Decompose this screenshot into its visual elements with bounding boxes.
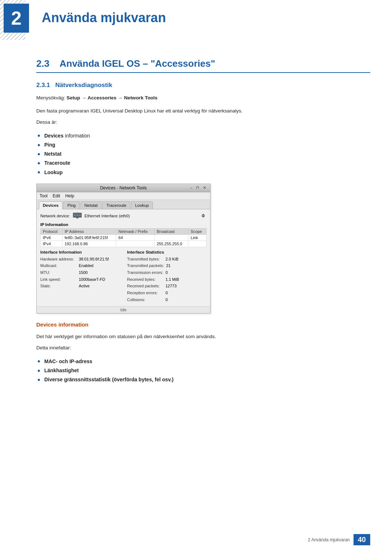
row1-address: 192.168.0.86 — [62, 241, 116, 247]
row0-address: fe80::3a01:95ff:fe6f:215f — [62, 234, 116, 241]
subsection-id: 2.3.1 — [36, 82, 50, 89]
table-row: IPv6 fe80::3a01:95ff:fe6f:215f 64 Link — [41, 234, 207, 241]
spinner-area — [201, 214, 207, 218]
list-item: Ping — [36, 140, 370, 149]
intro-text: Den fasta programvaran IGEL Universal De… — [36, 107, 370, 115]
chapter-number: 2 — [11, 9, 22, 28]
bullet-dot — [38, 144, 40, 146]
info-entry-state: State: Active — [40, 283, 120, 290]
network-icon-svg — [73, 212, 82, 219]
menu-help[interactable]: Help — [65, 193, 74, 198]
stat-tx-packets: Transmitted packets: 21 — [127, 262, 207, 269]
minimize-button[interactable]: – — [189, 185, 193, 190]
ip-section-label: IP Information — [40, 222, 207, 227]
stat-rx-bytes: Received bytes: 1.1 MiB — [127, 276, 207, 283]
devices-intro: Det här verktyget ger information om sta… — [36, 333, 370, 341]
network-device-label: Network device: — [40, 214, 70, 218]
svg-point-4 — [77, 214, 78, 216]
section-title: Använda IGEL OS – "Accessories" — [60, 58, 215, 69]
bullet-dot — [38, 135, 40, 137]
list-item: Länkhastighet — [36, 366, 370, 375]
row1-scope — [188, 241, 207, 247]
network-device-row: Network device: Ethernet Interface ( — [40, 212, 207, 219]
close-button[interactable]: ✕ — [202, 185, 207, 190]
footer-text: 2 Använda mjukvaran — [308, 537, 350, 542]
list-item: Diverse gränssnittsstatistik (överförda … — [36, 375, 370, 384]
section-heading-area: 2.3 Använda IGEL OS – "Accessories" — [36, 58, 370, 73]
list-item: MAC- och IP-adress — [36, 357, 370, 366]
page-content: 2.3 Använda IGEL OS – "Accessories" 2.3.… — [36, 51, 370, 384]
tab-devices[interactable]: Devices — [39, 201, 62, 209]
table-row: IPv4 192.168.0.86 255.255.255.0 — [41, 241, 207, 247]
app-body: Network device: Ethernet Interface ( — [37, 209, 210, 306]
subsection-title: Nätverksdiagnostik — [55, 82, 112, 89]
menu-path-text: Setup → Accessories → Network Tools — [66, 95, 158, 100]
detta-innefattar: Detta innefattar: — [36, 344, 370, 352]
status-text: Idle — [120, 308, 127, 312]
tab-netstat[interactable]: Netstat — [81, 201, 102, 209]
row1-netmask — [116, 241, 154, 247]
dessa-ar: Dessa är: — [36, 118, 370, 126]
list-item: Lookup — [36, 168, 370, 177]
bullet-dot — [38, 370, 40, 372]
info-entry-mtu: MTU: 1500 — [40, 269, 120, 276]
tab-ping[interactable]: Ping — [63, 201, 79, 209]
ip-table: Protocol IP Address Netmask / Prefix Bro… — [40, 228, 207, 247]
svg-rect-1 — [76, 217, 78, 218]
chapter-box: 2 — [4, 4, 29, 33]
stat-rx-packets: Received packets: 12773 — [127, 283, 207, 290]
row1-broadcast: 255.255.255.0 — [154, 241, 188, 247]
tab-traceroute[interactable]: Traceroute — [102, 201, 130, 209]
ip-col-scope: Scope — [188, 228, 207, 234]
stat-rx-errors: Reception errors: 0 — [127, 290, 207, 296]
bullet-dot — [38, 360, 40, 362]
info-entry-multicast: Multicast: Enabled — [40, 262, 120, 269]
row1-protocol: IPv4 — [41, 241, 62, 247]
maximize-button[interactable]: ⊓ — [195, 185, 200, 190]
chapter-header: 2 Använda mjukvaran — [0, 0, 392, 40]
row0-broadcast — [154, 234, 188, 241]
svg-point-3 — [74, 214, 75, 216]
stat-tx-errors: Transmission errors: 0 — [127, 269, 207, 276]
menu-edit[interactable]: Edit — [53, 193, 60, 198]
row0-scope: Link — [188, 234, 207, 241]
info-entry-hw: Hardware address: 38:01:95:6f:21:5f — [40, 256, 120, 263]
interface-info-row: Interface Information Hardware address: … — [40, 250, 207, 303]
ip-col-broadcast: Broadcast — [154, 228, 188, 234]
ip-col-address: IP Address — [62, 228, 116, 234]
interface-info-title: Interface Information — [40, 250, 120, 254]
bullet-dot — [38, 162, 40, 164]
chapter-title: Använda mjukvaran — [40, 10, 166, 25]
page-footer: 2 Använda mjukvaran 40 — [308, 534, 370, 545]
devices-information-heading: Devices information — [36, 321, 370, 328]
up-arrow — [201, 214, 205, 216]
app-menubar: Tool Edit Help — [37, 192, 210, 200]
ip-col-protocol: Protocol — [41, 228, 62, 234]
info-entry-link-speed: Link speed: 1000baseT-FD — [40, 276, 120, 283]
list-item: Devices information — [36, 131, 370, 140]
row0-protocol: IPv6 — [41, 234, 62, 241]
menu-path: Menysökväg: Setup → Accessories → Networ… — [36, 94, 370, 102]
svg-rect-2 — [77, 212, 78, 213]
list-item: Traceroute — [36, 159, 370, 168]
menu-tool[interactable]: Tool — [40, 193, 48, 198]
page-number: 40 — [354, 534, 370, 545]
list-item: Netstat — [36, 149, 370, 159]
network-device-icon — [73, 212, 82, 219]
stat-collisions: Collisions: 0 — [127, 296, 207, 303]
section-id: 2.3 — [36, 58, 55, 69]
interface-stats-title: Interface Statistics — [127, 250, 207, 254]
window-controls: – ⊓ ✕ — [189, 185, 207, 190]
interface-stats-col: Interface Statistics Transmitted bytes: … — [127, 250, 207, 303]
network-device-value: Ethernet Interface (eth0) — [85, 214, 130, 218]
ip-col-netmask: Netmask / Prefix — [116, 228, 154, 234]
tab-lookup[interactable]: Lookup — [131, 201, 153, 209]
app-titlebar: Devices - Network Tools – ⊓ ✕ — [37, 184, 210, 192]
app-title: Devices - Network Tools — [58, 185, 189, 190]
bullet-dot — [38, 171, 40, 173]
feature-list: Devices information Ping Netstat Tracero… — [36, 131, 370, 177]
stat-tx-bytes: Transmitted bytes: 2.0 KiB — [127, 256, 207, 263]
down-arrow — [201, 216, 205, 218]
app-window: Devices - Network Tools – ⊓ ✕ Tool Edit … — [36, 184, 211, 313]
app-tabs: Devices Ping Netstat Traceroute Lookup — [37, 200, 210, 209]
